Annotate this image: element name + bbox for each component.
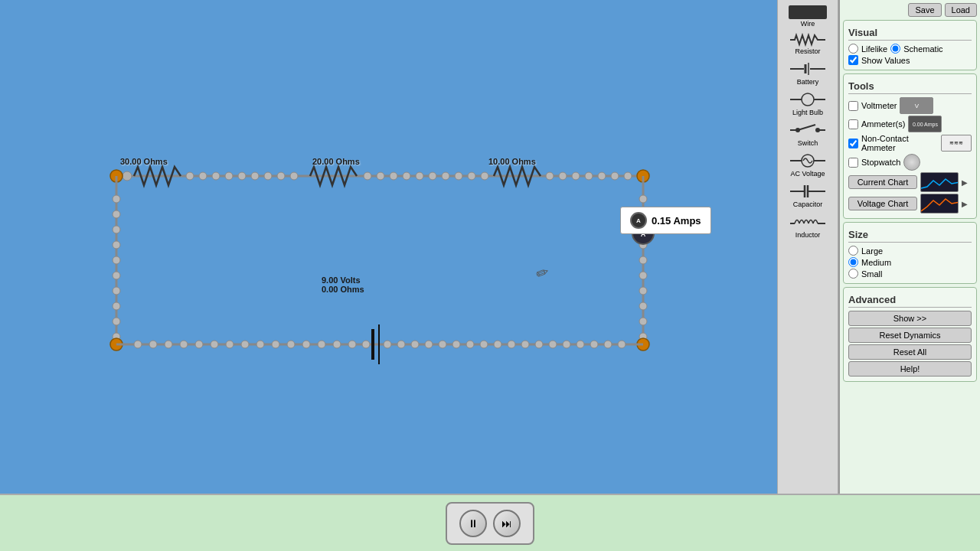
size-small-option: Small <box>848 269 972 279</box>
svg-point-78 <box>439 341 446 348</box>
voltmeter-checkbox[interactable] <box>848 101 858 111</box>
svg-point-20 <box>442 172 449 180</box>
resistor-tool[interactable]: Resistor <box>779 31 836 57</box>
svg-point-59 <box>149 341 157 348</box>
switch-label: Switch <box>798 139 818 147</box>
svg-point-16 <box>390 172 397 180</box>
svg-point-75 <box>397 341 405 348</box>
save-button[interactable]: Save <box>908 3 941 17</box>
tools-section: Tools Voltmeter V Ammeter(s) 0.00 Amps N… <box>843 73 977 219</box>
capacitor-tool[interactable]: Capacitor <box>779 181 836 210</box>
panel-topbar: Save Load <box>843 3 977 17</box>
load-button[interactable]: Load <box>945 3 977 17</box>
svg-point-72 <box>348 341 356 348</box>
size-medium-label: Medium <box>861 258 891 267</box>
reset-dynamics-button[interactable]: Reset Dynamics <box>848 328 972 343</box>
svg-point-37 <box>113 272 120 279</box>
advanced-section: Advanced Show >> Reset Dynamics Reset Al… <box>843 287 977 382</box>
svg-point-60 <box>165 341 172 348</box>
svg-point-67 <box>272 341 279 348</box>
svg-point-33 <box>113 210 120 218</box>
svg-point-12 <box>277 172 285 180</box>
svg-point-49 <box>639 272 647 279</box>
svg-point-23 <box>481 172 488 180</box>
svg-point-14 <box>364 172 371 180</box>
noncontact-ammeter-checkbox[interactable] <box>848 139 858 148</box>
circuit-canvas[interactable]: A 30.00 Ohms 20.00 Ohms 10.00 Ohms 9.00 … <box>0 0 777 494</box>
svg-point-26 <box>572 172 580 180</box>
svg-point-83 <box>508 341 515 348</box>
ac-voltage-label: AC Voltage <box>790 170 825 178</box>
ammeter-tool: Ammeter(s) 0.00 Amps <box>848 116 972 132</box>
svg-point-64 <box>226 341 234 348</box>
svg-point-61 <box>180 341 188 348</box>
svg-point-28 <box>598 172 606 180</box>
lightbulb-tool[interactable]: Light Bulb <box>779 89 836 119</box>
svg-point-77 <box>425 341 433 348</box>
bottom-bar: ⏸ ⏭ <box>0 494 980 551</box>
resistor-icon <box>789 33 827 47</box>
svg-point-34 <box>113 226 120 233</box>
size-medium-option: Medium <box>848 257 972 267</box>
lightbulb-label: Light Bulb <box>792 109 823 116</box>
svg-point-38 <box>113 287 120 295</box>
ammeter-symbol: A <box>630 212 647 229</box>
noncontact-thumbnail: ≋≋≋ <box>941 135 972 152</box>
lifelike-radio-row: Lifelike Schematic <box>848 44 972 54</box>
ac-voltage-tool[interactable]: AC Voltage <box>779 150 836 180</box>
svg-point-58 <box>134 341 142 348</box>
svg-line-103 <box>798 125 815 130</box>
switch-tool[interactable]: Switch <box>779 119 836 149</box>
schematic-radio[interactable] <box>890 44 900 54</box>
voltage-chart-expand[interactable]: ▶ <box>962 200 968 208</box>
svg-point-65 <box>241 341 249 348</box>
wire-icon <box>789 5 827 19</box>
help-button[interactable]: Help! <box>848 361 972 377</box>
pause-button[interactable]: ⏸ <box>459 510 487 537</box>
size-large-radio[interactable] <box>848 246 858 256</box>
stopwatch-checkbox[interactable] <box>848 158 858 168</box>
show-advanced-button[interactable]: Show >> <box>848 311 972 326</box>
inductor-icon <box>789 214 827 230</box>
size-small-radio[interactable] <box>848 269 858 279</box>
inductor-tool[interactable]: Inductor <box>779 211 836 241</box>
ammeter-reading: 0.15 Amps <box>652 215 701 227</box>
svg-point-68 <box>287 341 295 348</box>
resistor2-label: 20.00 Ohms <box>312 157 360 166</box>
ammeter-thumbnail: 0.00 Amps <box>908 116 942 132</box>
ammeter-checkbox[interactable] <box>848 119 858 129</box>
svg-point-13 <box>290 172 298 180</box>
reset-all-button[interactable]: Reset All <box>848 344 972 360</box>
svg-point-21 <box>455 172 462 180</box>
step-button[interactable]: ⏭ <box>493 510 521 537</box>
svg-point-36 <box>113 256 120 264</box>
svg-point-66 <box>256 341 264 348</box>
svg-point-89 <box>590 341 598 348</box>
svg-point-84 <box>521 341 529 348</box>
svg-point-6 <box>199 172 207 180</box>
voltmeter-tool: Voltmeter V <box>848 97 972 114</box>
resistor3-label: 10.00 Ohms <box>488 157 536 166</box>
voltage-chart-thumbnail <box>920 194 959 214</box>
battery-tool[interactable]: Battery <box>779 58 836 88</box>
playback-container: ⏸ ⏭ <box>446 502 534 545</box>
svg-point-39 <box>113 302 120 310</box>
show-values-checkbox[interactable] <box>848 55 858 65</box>
stopwatch-label: Stopwatch <box>861 158 900 167</box>
resistor-label: Resistor <box>795 47 820 55</box>
lifelike-radio[interactable] <box>848 44 858 54</box>
size-medium-radio[interactable] <box>848 257 858 267</box>
svg-point-15 <box>377 172 384 180</box>
svg-point-98 <box>802 93 814 106</box>
svg-point-44 <box>639 195 647 203</box>
component-toolbar: Wire Resistor Battery L <box>777 0 838 494</box>
wire-tool[interactable]: Wire <box>779 3 836 30</box>
capacitor-label: Capacitor <box>793 201 823 208</box>
noncontact-ammeter-label: Non-Contact Ammeter <box>861 134 938 152</box>
current-chart-expand[interactable]: ▶ <box>962 178 968 187</box>
voltage-chart-button[interactable]: Voltage Chart <box>848 197 917 210</box>
voltmeter-thumbnail: V <box>900 97 933 114</box>
size-large-option: Large <box>848 246 972 256</box>
current-chart-button[interactable]: Current Chart <box>848 175 917 189</box>
svg-point-73 <box>362 341 370 348</box>
